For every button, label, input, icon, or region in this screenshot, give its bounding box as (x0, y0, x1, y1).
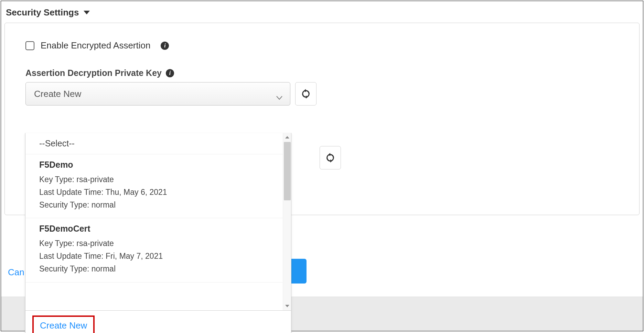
scroll-up-icon[interactable] (283, 133, 291, 141)
scroll-down-icon[interactable] (283, 302, 291, 310)
dropdown-footer: Create New (25, 310, 291, 333)
option-title: F5Demo (39, 160, 277, 170)
dropdown-scrollbar[interactable] (283, 133, 291, 310)
refresh-button[interactable] (320, 146, 341, 169)
scrollbar-thumb[interactable] (284, 142, 291, 200)
section-title: Security Settings (6, 7, 79, 18)
refresh-button[interactable] (295, 82, 316, 106)
assertion-key-dropdown: --Select-- F5Demo Key Type: rsa-private … (25, 133, 291, 333)
dropdown-option-f5demo[interactable]: F5Demo Key Type: rsa-private Last Update… (25, 154, 291, 218)
dropdown-option-partial[interactable]: ▪▪▪ ▪ ▪▪▪ ▪ ▪▪▪▪ ▪ ▪ ▪▪ (25, 282, 291, 289)
assertion-key-label: Assertion Decryption Private Key i (25, 68, 619, 78)
create-new-button[interactable]: Create New (32, 315, 95, 333)
info-icon[interactable]: i (166, 69, 174, 77)
security-settings-header[interactable]: Security Settings (1, 1, 643, 23)
option-title: F5DemoCert (39, 224, 277, 234)
enable-encrypted-assertion-label: Enable Encrypted Assertion (41, 40, 150, 51)
assertion-key-select[interactable]: Create New (25, 82, 290, 106)
enable-encrypted-assertion-checkbox[interactable] (25, 41, 34, 50)
dropdown-option-f5democert[interactable]: F5DemoCert Key Type: rsa-private Last Up… (25, 218, 291, 282)
select-value: Create New (34, 89, 81, 99)
cancel-button[interactable]: Can (8, 267, 24, 278)
dropdown-placeholder-option[interactable]: --Select-- (25, 133, 291, 154)
caret-down-icon (84, 11, 90, 14)
chevron-down-icon (276, 92, 282, 96)
info-icon[interactable]: i (161, 42, 169, 50)
